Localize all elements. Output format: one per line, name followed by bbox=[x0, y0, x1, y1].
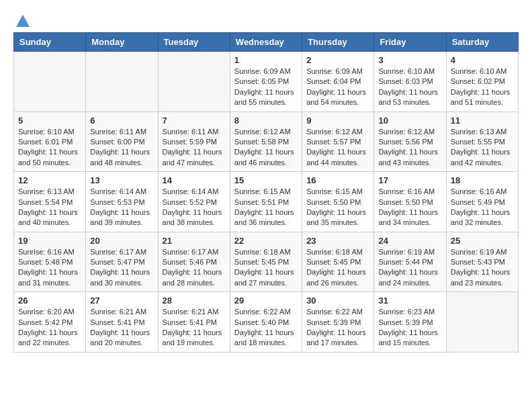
day-number: 3 bbox=[378, 55, 441, 65]
calendar-cell: 9Sunrise: 6:12 AM Sunset: 5:57 PM Daylig… bbox=[302, 111, 374, 172]
day-number: 5 bbox=[18, 116, 81, 126]
calendar-cell: 2Sunrise: 6:09 AM Sunset: 6:04 PM Daylig… bbox=[302, 52, 374, 112]
day-number: 29 bbox=[234, 295, 298, 306]
weekday-header-wednesday: Wednesday bbox=[230, 33, 302, 52]
calendar-cell: 15Sunrise: 6:15 AM Sunset: 5:51 PM Dayli… bbox=[230, 172, 302, 232]
day-info: Sunrise: 6:13 AM Sunset: 5:54 PM Dayligh… bbox=[18, 187, 81, 228]
day-number: 21 bbox=[163, 236, 226, 246]
day-number: 13 bbox=[90, 175, 153, 185]
day-number: 12 bbox=[18, 175, 81, 185]
day-info: Sunrise: 6:22 AM Sunset: 5:39 PM Dayligh… bbox=[306, 307, 369, 349]
calendar-cell: 27Sunrise: 6:21 AM Sunset: 5:41 PM Dayli… bbox=[86, 292, 158, 353]
calendar-cell bbox=[158, 52, 230, 112]
day-info: Sunrise: 6:16 AM Sunset: 5:49 PM Dayligh… bbox=[451, 187, 514, 228]
calendar-cell: 25Sunrise: 6:19 AM Sunset: 5:43 PM Dayli… bbox=[446, 232, 518, 292]
day-info: Sunrise: 6:20 AM Sunset: 5:42 PM Dayligh… bbox=[18, 307, 81, 349]
calendar-week-4: 19Sunrise: 6:16 AM Sunset: 5:48 PM Dayli… bbox=[14, 232, 519, 292]
day-info: Sunrise: 6:11 AM Sunset: 5:59 PM Dayligh… bbox=[163, 127, 226, 169]
day-number: 19 bbox=[18, 236, 81, 246]
day-number: 31 bbox=[378, 295, 441, 306]
calendar-week-5: 26Sunrise: 6:20 AM Sunset: 5:42 PM Dayli… bbox=[14, 292, 519, 353]
day-info: Sunrise: 6:15 AM Sunset: 5:50 PM Dayligh… bbox=[306, 187, 369, 228]
calendar-cell: 31Sunrise: 6:23 AM Sunset: 5:39 PM Dayli… bbox=[374, 292, 446, 353]
calendar-cell: 16Sunrise: 6:15 AM Sunset: 5:50 PM Dayli… bbox=[302, 172, 374, 232]
calendar-cell: 23Sunrise: 6:18 AM Sunset: 5:45 PM Dayli… bbox=[302, 232, 374, 292]
day-number: 17 bbox=[378, 175, 441, 185]
calendar-cell: 1Sunrise: 6:09 AM Sunset: 6:05 PM Daylig… bbox=[230, 52, 302, 112]
day-info: Sunrise: 6:19 AM Sunset: 5:44 PM Dayligh… bbox=[378, 247, 441, 289]
day-number: 15 bbox=[234, 175, 298, 185]
calendar-cell: 3Sunrise: 6:10 AM Sunset: 6:03 PM Daylig… bbox=[374, 52, 446, 112]
calendar-cell bbox=[446, 292, 518, 353]
day-number: 2 bbox=[306, 55, 369, 65]
calendar-cell bbox=[86, 52, 158, 112]
calendar-cell: 4Sunrise: 6:10 AM Sunset: 6:02 PM Daylig… bbox=[446, 52, 518, 112]
weekday-header-tuesday: Tuesday bbox=[158, 33, 230, 52]
day-info: Sunrise: 6:12 AM Sunset: 5:58 PM Dayligh… bbox=[234, 127, 298, 169]
logo-icon bbox=[15, 13, 31, 30]
day-number: 11 bbox=[451, 116, 514, 126]
day-number: 20 bbox=[90, 236, 153, 246]
calendar-cell: 30Sunrise: 6:22 AM Sunset: 5:39 PM Dayli… bbox=[302, 292, 374, 353]
calendar-cell: 12Sunrise: 6:13 AM Sunset: 5:54 PM Dayli… bbox=[14, 172, 86, 232]
calendar-week-2: 5Sunrise: 6:10 AM Sunset: 6:01 PM Daylig… bbox=[14, 111, 519, 172]
day-number: 30 bbox=[306, 295, 369, 306]
day-info: Sunrise: 6:14 AM Sunset: 5:53 PM Dayligh… bbox=[90, 187, 153, 228]
calendar-cell: 13Sunrise: 6:14 AM Sunset: 5:53 PM Dayli… bbox=[86, 172, 158, 232]
day-info: Sunrise: 6:16 AM Sunset: 5:48 PM Dayligh… bbox=[18, 247, 81, 289]
calendar-cell: 5Sunrise: 6:10 AM Sunset: 6:01 PM Daylig… bbox=[14, 111, 86, 172]
weekday-header-monday: Monday bbox=[86, 33, 158, 52]
logo bbox=[13, 13, 31, 26]
calendar-cell: 10Sunrise: 6:12 AM Sunset: 5:56 PM Dayli… bbox=[374, 111, 446, 172]
day-number: 14 bbox=[163, 175, 226, 185]
day-number: 24 bbox=[378, 236, 441, 246]
weekday-header-saturday: Saturday bbox=[446, 33, 518, 52]
weekday-header-sunday: Sunday bbox=[14, 33, 86, 52]
weekday-header-thursday: Thursday bbox=[302, 33, 374, 52]
day-info: Sunrise: 6:23 AM Sunset: 5:39 PM Dayligh… bbox=[378, 307, 441, 349]
day-number: 26 bbox=[18, 295, 81, 306]
day-info: Sunrise: 6:09 AM Sunset: 6:05 PM Dayligh… bbox=[234, 66, 298, 108]
calendar-week-1: 1Sunrise: 6:09 AM Sunset: 6:05 PM Daylig… bbox=[14, 52, 519, 112]
day-number: 22 bbox=[234, 236, 298, 246]
calendar-cell: 24Sunrise: 6:19 AM Sunset: 5:44 PM Dayli… bbox=[374, 232, 446, 292]
calendar-cell: 17Sunrise: 6:16 AM Sunset: 5:50 PM Dayli… bbox=[374, 172, 446, 232]
day-info: Sunrise: 6:09 AM Sunset: 6:04 PM Dayligh… bbox=[306, 66, 369, 108]
day-info: Sunrise: 6:17 AM Sunset: 5:46 PM Dayligh… bbox=[163, 247, 226, 289]
day-info: Sunrise: 6:15 AM Sunset: 5:51 PM Dayligh… bbox=[234, 187, 298, 228]
day-number: 6 bbox=[90, 116, 153, 126]
weekday-header-friday: Friday bbox=[374, 33, 446, 52]
calendar-cell: 8Sunrise: 6:12 AM Sunset: 5:58 PM Daylig… bbox=[230, 111, 302, 172]
day-number: 9 bbox=[306, 116, 369, 126]
day-number: 7 bbox=[163, 116, 226, 126]
calendar-cell: 29Sunrise: 6:22 AM Sunset: 5:40 PM Dayli… bbox=[230, 292, 302, 353]
day-number: 27 bbox=[90, 295, 153, 306]
day-info: Sunrise: 6:21 AM Sunset: 5:41 PM Dayligh… bbox=[90, 307, 153, 349]
day-info: Sunrise: 6:18 AM Sunset: 5:45 PM Dayligh… bbox=[306, 247, 369, 289]
page-header bbox=[13, 13, 519, 26]
day-number: 10 bbox=[378, 116, 441, 126]
calendar-cell: 21Sunrise: 6:17 AM Sunset: 5:46 PM Dayli… bbox=[158, 232, 230, 292]
calendar-cell: 19Sunrise: 6:16 AM Sunset: 5:48 PM Dayli… bbox=[14, 232, 86, 292]
day-info: Sunrise: 6:21 AM Sunset: 5:41 PM Dayligh… bbox=[163, 307, 226, 349]
day-number: 18 bbox=[451, 175, 514, 185]
calendar-cell: 18Sunrise: 6:16 AM Sunset: 5:49 PM Dayli… bbox=[446, 172, 518, 232]
day-number: 28 bbox=[163, 295, 226, 306]
day-info: Sunrise: 6:11 AM Sunset: 6:00 PM Dayligh… bbox=[90, 127, 153, 169]
calendar-cell: 22Sunrise: 6:18 AM Sunset: 5:45 PM Dayli… bbox=[230, 232, 302, 292]
day-number: 1 bbox=[234, 55, 298, 65]
day-info: Sunrise: 6:18 AM Sunset: 5:45 PM Dayligh… bbox=[234, 247, 298, 289]
day-info: Sunrise: 6:22 AM Sunset: 5:40 PM Dayligh… bbox=[234, 307, 298, 349]
calendar-week-3: 12Sunrise: 6:13 AM Sunset: 5:54 PM Dayli… bbox=[14, 172, 519, 232]
svg-marker-0 bbox=[16, 15, 30, 27]
day-number: 8 bbox=[234, 116, 298, 126]
calendar-cell: 6Sunrise: 6:11 AM Sunset: 6:00 PM Daylig… bbox=[86, 111, 158, 172]
day-number: 16 bbox=[306, 175, 369, 185]
day-info: Sunrise: 6:10 AM Sunset: 6:01 PM Dayligh… bbox=[18, 127, 81, 169]
day-info: Sunrise: 6:10 AM Sunset: 6:03 PM Dayligh… bbox=[378, 66, 441, 108]
day-info: Sunrise: 6:16 AM Sunset: 5:50 PM Dayligh… bbox=[378, 187, 441, 228]
day-info: Sunrise: 6:14 AM Sunset: 5:52 PM Dayligh… bbox=[163, 187, 226, 228]
calendar-cell bbox=[14, 52, 86, 112]
calendar-cell: 14Sunrise: 6:14 AM Sunset: 5:52 PM Dayli… bbox=[158, 172, 230, 232]
calendar-cell: 20Sunrise: 6:17 AM Sunset: 5:47 PM Dayli… bbox=[86, 232, 158, 292]
